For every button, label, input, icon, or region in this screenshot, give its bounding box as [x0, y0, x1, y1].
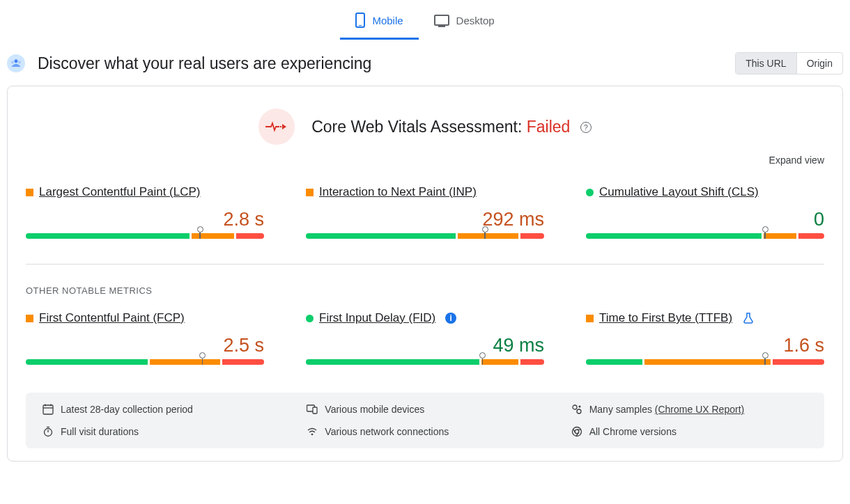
- tab-desktop-label: Desktop: [456, 15, 495, 26]
- metric-bar-cls: [586, 233, 824, 239]
- svg-point-16: [311, 434, 314, 436]
- metric-bar-fid: [306, 359, 544, 365]
- metric-fcp: First Contentful Paint (FCP) 2.5 s: [26, 311, 264, 365]
- info-samples: Many samples (Chrome UX Report): [571, 404, 808, 415]
- metric-value-inp: 292 ms: [306, 209, 544, 230]
- metric-lcp: Largest Contentful Paint (LCP) 2.8 s: [26, 185, 264, 239]
- crux-report-link[interactable]: (Chrome UX Report): [655, 404, 744, 415]
- info-network-text: Various network connections: [325, 426, 449, 437]
- metric-name-ttfb[interactable]: Time to First Byte (TTFB): [599, 311, 732, 325]
- status-indicator-lcp: [26, 189, 33, 196]
- assessment-status: Failed: [527, 118, 571, 136]
- svg-point-2: [18, 61, 21, 63]
- metric-marker-ttfb: [762, 352, 768, 365]
- status-indicator-ttfb: [586, 315, 594, 322]
- network-icon: [307, 426, 318, 437]
- metric-marker-inp: [482, 226, 488, 239]
- page-title: Discover what your real users are experi…: [38, 54, 371, 73]
- info-samples-text: Many samples (Chrome UX Report): [589, 404, 745, 415]
- other-metrics-label: OTHER NOTABLE METRICS: [26, 264, 824, 301]
- expand-view-link[interactable]: Expand view: [769, 155, 824, 166]
- metric-inp: Interaction to Next Paint (INP) 292 ms: [306, 185, 544, 239]
- header-row: Discover what your real users are experi…: [0, 40, 850, 86]
- calendar-icon: [42, 404, 54, 415]
- metric-name-inp[interactable]: Interaction to Next Paint (INP): [319, 185, 477, 199]
- vitals-pulse-icon: [258, 109, 295, 145]
- assessment-label: Core Web Vitals Assessment:: [311, 118, 527, 136]
- metric-name-fcp[interactable]: First Contentful Paint (FCP): [39, 311, 185, 325]
- desktop-icon: [434, 15, 449, 26]
- metric-cls: Cumulative Layout Shift (CLS) 0: [586, 185, 824, 239]
- metric-bar-lcp: [26, 233, 264, 239]
- users-icon: [7, 54, 25, 72]
- metric-value-ttfb: 1.6 s: [586, 335, 824, 356]
- info-chrome-text: All Chrome versions: [589, 426, 677, 437]
- info-chrome: All Chrome versions: [571, 426, 808, 437]
- status-indicator-fcp: [26, 315, 33, 322]
- help-icon[interactable]: ?: [580, 122, 592, 133]
- svg-point-1: [11, 61, 14, 63]
- timer-icon: [42, 426, 54, 437]
- toggle-this-url[interactable]: This URL: [736, 53, 796, 74]
- core-metrics-grid: Largest Contentful Paint (LCP) 2.8 s Int…: [26, 185, 824, 239]
- metric-bar-fcp: [26, 359, 264, 365]
- metric-fid: First Input Delay (FID) i 49 ms: [306, 311, 544, 365]
- chrome-icon: [571, 426, 582, 437]
- info-icon[interactable]: i: [445, 313, 456, 324]
- url-origin-toggle: This URL Origin: [735, 52, 843, 74]
- metric-marker-fcp: [200, 352, 206, 365]
- metric-name-fid[interactable]: First Input Delay (FID): [319, 311, 435, 325]
- info-collection: Latest 28-day collection period: [42, 404, 279, 415]
- info-strip: Latest 28-day collection period Various …: [26, 393, 824, 448]
- info-durations: Full visit durations: [42, 426, 279, 437]
- svg-rect-9: [313, 407, 317, 414]
- metric-name-cls[interactable]: Cumulative Layout Shift (CLS): [599, 185, 759, 199]
- info-devices: Various mobile devices: [307, 404, 543, 415]
- status-indicator-fid: [306, 315, 314, 322]
- metric-ttfb: Time to First Byte (TTFB) 1.6 s: [586, 311, 824, 365]
- tab-mobile[interactable]: Mobile: [340, 6, 418, 40]
- status-indicator-inp: [306, 189, 314, 196]
- metric-bar-ttfb: [586, 359, 824, 365]
- svg-point-0: [15, 59, 18, 63]
- info-collection-text: Latest 28-day collection period: [61, 404, 193, 415]
- metric-bar-inp: [306, 233, 544, 239]
- flask-icon: [743, 313, 753, 324]
- toggle-origin[interactable]: Origin: [796, 53, 842, 74]
- metric-marker-lcp: [197, 226, 203, 239]
- samples-icon: [571, 404, 582, 415]
- svg-point-12: [578, 406, 580, 408]
- status-indicator-cls: [586, 189, 594, 196]
- info-devices-text: Various mobile devices: [325, 404, 424, 415]
- metric-value-fcp: 2.5 s: [26, 335, 264, 356]
- svg-point-11: [577, 409, 581, 414]
- mobile-icon: [355, 13, 365, 28]
- metric-value-cls: 0: [586, 209, 824, 230]
- svg-point-10: [573, 405, 577, 409]
- info-durations-text: Full visit durations: [61, 426, 139, 437]
- cwv-card: Core Web Vitals Assessment: Failed ? Exp…: [7, 86, 843, 462]
- svg-rect-4: [43, 405, 53, 414]
- metric-marker-fid: [480, 352, 486, 365]
- metric-value-fid: 49 ms: [306, 335, 544, 356]
- device-tabs: Mobile Desktop: [0, 0, 850, 40]
- tab-mobile-label: Mobile: [372, 15, 403, 26]
- metric-marker-cls: [762, 226, 768, 239]
- info-network: Various network connections: [307, 426, 543, 437]
- metric-value-lcp: 2.8 s: [26, 209, 264, 230]
- tab-desktop[interactable]: Desktop: [419, 6, 510, 40]
- other-metrics-grid: First Contentful Paint (FCP) 2.5 s First…: [26, 311, 824, 365]
- metric-name-lcp[interactable]: Largest Contentful Paint (LCP): [39, 185, 201, 199]
- devices-icon: [307, 404, 318, 415]
- assessment-text: Core Web Vitals Assessment: Failed ?: [311, 118, 592, 136]
- assessment-row: Core Web Vitals Assessment: Failed ?: [26, 109, 824, 145]
